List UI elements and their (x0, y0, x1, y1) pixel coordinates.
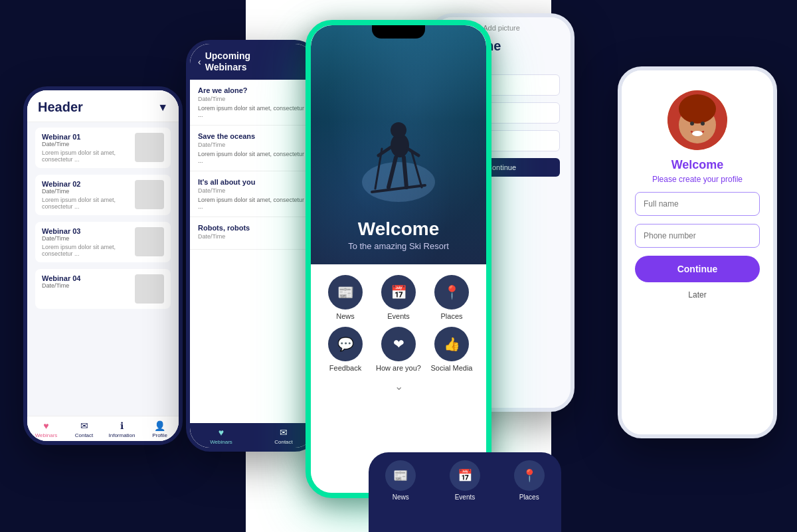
menu-row-2: 💬 Feedback ❤ How are you? 👍 Social Media (321, 327, 476, 372)
list-item[interactable]: Robots, robots Date/Time (190, 217, 315, 250)
phone5-create-profile-text: Please create your profile (652, 175, 743, 184)
social-media-icon-circle: 👍 (434, 327, 469, 361)
events-icon-circle: 📅 (381, 275, 416, 310)
webinar-thumbnail (135, 180, 164, 209)
back-icon[interactable]: ‹ (198, 56, 201, 67)
menu-places[interactable]: 📍 Places (428, 275, 476, 320)
nav-information-label: Information (108, 432, 135, 438)
svg-line-6 (379, 147, 391, 155)
list-item[interactable]: Webinar 02 Date/Time Lorem ipsum dolor s… (35, 175, 171, 215)
continue-button[interactable]: Continue (635, 256, 760, 282)
later-link[interactable]: Later (688, 290, 706, 300)
chevron-down-icon[interactable]: ⌄ (321, 380, 476, 393)
contact-icon: ✉ (280, 427, 288, 438)
list-item[interactable]: Webinar 03 Date/Time Lorem ipsum dolor s… (35, 222, 171, 262)
bottom-events-label: Events (455, 493, 476, 501)
avatar (667, 90, 727, 150)
svg-point-12 (679, 94, 716, 124)
webinar-list: Webinar 01 Date/Time Lorem ipsum dolor s… (27, 122, 179, 416)
webinar-thumbnail (135, 227, 164, 256)
hero-title: Welcome (324, 219, 473, 240)
phone2-screen: ‹ UpcomingWebinars Are we alone? Date/Ti… (190, 44, 315, 448)
phone2-bottom-nav: ♥ Webinars ✉ Contact (190, 423, 315, 448)
phone2-title: UpcomingWebinars (205, 50, 250, 73)
webinar-thumbnail (135, 133, 164, 162)
phone2-header: ‹ UpcomingWebinars (190, 44, 315, 80)
filter-icon[interactable]: ▼ (157, 102, 168, 114)
svg-point-14 (701, 122, 705, 126)
nav-webinars[interactable]: ♥ Webinars (190, 427, 252, 445)
heart-icon: ♥ (219, 427, 224, 438)
phone-create-profile: Welcome Please create your profile Conti… (618, 66, 777, 438)
nav-contact-label: Contact (274, 439, 293, 445)
phone1-screen: Header ▼ Webinar 01 Date/Time Lorem ipsu… (27, 90, 179, 441)
phone5-welcome-heading: Welcome (671, 158, 724, 172)
full-name-input[interactable] (635, 192, 760, 216)
webinar-thumbnail (135, 274, 164, 304)
phone-ski-resort: Welcome To the amazing Ski Resort 📰 News… (306, 20, 491, 498)
phone-bottom-nav: 📰 News 📅 Events 📍 Places (369, 452, 561, 532)
events-label: Events (387, 312, 410, 320)
phone1-header: Header ▼ (27, 90, 179, 122)
news-icon-circle: 📰 (328, 275, 363, 310)
phone5-screen: Welcome Please create your profile Conti… (622, 70, 773, 434)
bottom-nav-row: 📰 News 📅 Events 📍 Places (369, 460, 561, 501)
phones-container: Header ▼ Webinar 01 Date/Time Lorem ipsu… (0, 0, 797, 532)
places-label: Places (440, 312, 462, 320)
feedback-icon-circle: 💬 (328, 327, 363, 361)
nav-contact[interactable]: ✉ Contact (65, 420, 103, 438)
news-circle-icon: 📰 (385, 460, 416, 491)
bottom-nav-news[interactable]: 📰 News (385, 460, 416, 501)
menu-news[interactable]: 📰 News (321, 275, 369, 320)
list-item[interactable]: Are we alone? Date/Time Lorem ipsum dolo… (190, 80, 315, 126)
places-circle-icon: 📍 (514, 460, 545, 491)
hero-section: Welcome To the amazing Ski Resort (311, 25, 486, 264)
list-item[interactable]: Webinar 01 Date/Time Lorem ipsum dolor s… (35, 128, 171, 168)
how-are-you-label: How are you? (376, 364, 421, 372)
nav-profile[interactable]: 👤 Profile (141, 420, 179, 438)
menu-how-are-you[interactable]: ❤ How are you? (375, 327, 422, 372)
heart-icon: ♥ (43, 420, 48, 431)
phone3-screen: Welcome To the amazing Ski Resort 📰 News… (311, 25, 486, 493)
info-icon: ℹ (120, 420, 124, 431)
nav-profile-label: Profile (152, 432, 167, 438)
bottom-places-label: Places (519, 493, 539, 501)
list-item[interactable]: Webinar 04 Date/Time (35, 269, 171, 309)
contact-icon: ✉ (80, 420, 88, 431)
list-item[interactable]: Save the oceans Date/Time Lorem ipsum do… (190, 126, 315, 171)
menu-feedback[interactable]: 💬 Feedback (321, 327, 369, 372)
nav-webinars[interactable]: ♥ Webinars (27, 420, 65, 438)
menu-social-media[interactable]: 👍 Social Media (428, 327, 476, 372)
hero-subtitle: To the amazing Ski Resort (324, 241, 473, 251)
svg-line-9 (404, 157, 406, 187)
how-are-you-icon-circle: ❤ (381, 327, 416, 361)
phone-number-input[interactable] (635, 224, 760, 248)
social-media-label: Social Media (431, 364, 473, 372)
hero-overlay: Welcome To the amazing Ski Resort (311, 206, 486, 264)
skier-silhouette (359, 89, 438, 211)
bottom-news-label: News (393, 493, 409, 501)
svg-point-13 (690, 122, 694, 126)
list-item[interactable]: It's all about you Date/Time Lorem ipsum… (190, 171, 315, 217)
nav-webinars-label: Webinars (210, 439, 232, 445)
phone-upcoming-webinars: ‹ UpcomingWebinars Are we alone? Date/Ti… (186, 40, 319, 452)
phone-webinars: Header ▼ Webinar 01 Date/Time Lorem ipsu… (23, 86, 183, 445)
svg-point-3 (391, 122, 406, 138)
feedback-label: Feedback (329, 364, 361, 372)
bottom-nav-places[interactable]: 📍 Places (514, 460, 545, 501)
nav-webinars-label: Webinars (35, 432, 58, 438)
places-icon-circle: 📍 (434, 275, 469, 310)
phone2-list: Are we alone? Date/Time Lorem ipsum dolo… (190, 80, 315, 423)
phone-notch (372, 25, 425, 39)
nav-information[interactable]: ℹ Information (103, 420, 141, 438)
events-circle-icon: 📅 (450, 460, 480, 491)
menu-events[interactable]: 📅 Events (375, 275, 422, 320)
menu-row-1: 📰 News 📅 Events 📍 Places (321, 275, 476, 320)
phone1-title: Header (38, 100, 83, 115)
news-label: News (336, 312, 355, 320)
bottom-nav-events[interactable]: 📅 Events (450, 460, 480, 501)
svg-point-15 (692, 131, 703, 136)
svg-point-0 (362, 162, 435, 202)
phone1-bottom-nav: ♥ Webinars ✉ Contact ℹ Information 👤 Pro… (27, 416, 179, 441)
nav-contact-label: Contact (75, 432, 94, 438)
